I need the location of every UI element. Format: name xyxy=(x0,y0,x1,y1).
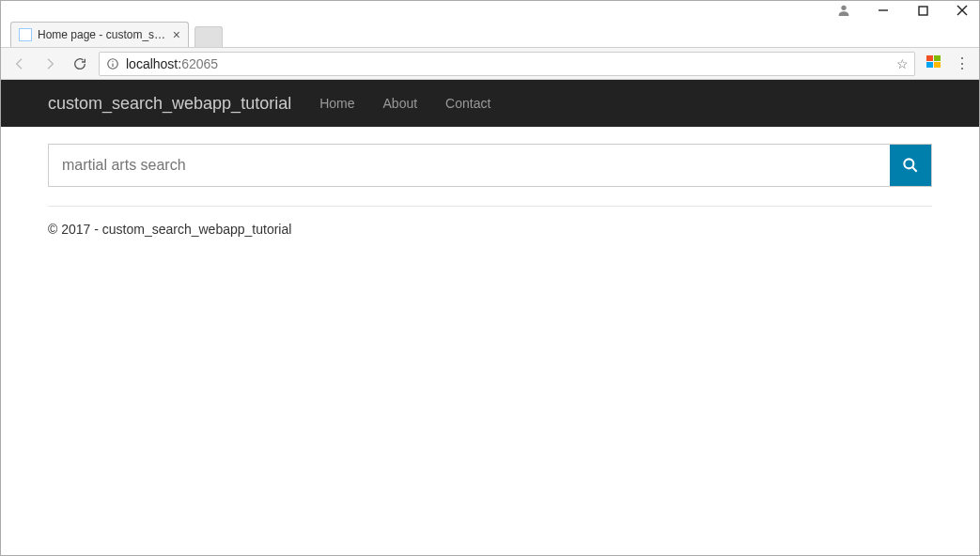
svg-rect-8 xyxy=(926,55,933,61)
svg-point-7 xyxy=(112,60,113,61)
nav-home[interactable]: Home xyxy=(319,96,354,111)
divider xyxy=(48,206,932,207)
page-content: © 2017 - custom_search_webapp_tutorial xyxy=(1,127,979,254)
nav-about[interactable]: About xyxy=(383,96,418,111)
search-input[interactable] xyxy=(49,145,890,186)
svg-point-12 xyxy=(904,159,913,168)
new-tab-button[interactable] xyxy=(194,26,223,47)
brand[interactable]: custom_search_webapp_tutorial xyxy=(48,94,291,114)
forward-button[interactable] xyxy=(39,53,61,75)
tab-title: Home page - custom_se… xyxy=(38,28,167,41)
address-toolbar: localhost:62065 ☆ ⋮ xyxy=(1,48,979,80)
close-button[interactable] xyxy=(951,1,973,20)
search-box xyxy=(48,144,932,187)
svg-rect-11 xyxy=(934,62,941,68)
search-icon xyxy=(901,156,920,175)
windows-icon[interactable] xyxy=(923,54,945,73)
favicon-icon xyxy=(19,28,32,41)
nav-contact[interactable]: Contact xyxy=(445,96,490,111)
tab-close-icon[interactable]: × xyxy=(173,28,180,41)
window-titlebar xyxy=(1,1,979,20)
back-button[interactable] xyxy=(8,53,31,75)
browser-menu-icon[interactable]: ⋮ xyxy=(953,54,972,72)
footer-text: © 2017 - custom_search_webapp_tutorial xyxy=(48,222,932,237)
search-button[interactable] xyxy=(890,145,931,186)
maximize-button[interactable] xyxy=(911,1,934,20)
url-host: localhost: xyxy=(126,56,181,71)
tab-strip: Home page - custom_se… × xyxy=(1,20,979,48)
url-bar[interactable]: localhost:62065 ☆ xyxy=(99,52,915,76)
reload-button[interactable] xyxy=(69,53,91,75)
site-info-icon[interactable] xyxy=(105,56,120,71)
svg-rect-2 xyxy=(919,7,927,15)
site-navbar: custom_search_webapp_tutorial Home About… xyxy=(1,80,979,127)
url-port: 62065 xyxy=(181,56,218,71)
svg-line-13 xyxy=(912,167,917,172)
minimize-button[interactable] xyxy=(872,1,894,20)
svg-rect-9 xyxy=(934,55,941,61)
browser-tab[interactable]: Home page - custom_se… × xyxy=(10,22,189,47)
svg-point-0 xyxy=(841,6,846,10)
bookmark-star-icon[interactable]: ☆ xyxy=(896,56,909,71)
svg-rect-10 xyxy=(926,62,933,68)
account-icon[interactable] xyxy=(832,1,855,20)
